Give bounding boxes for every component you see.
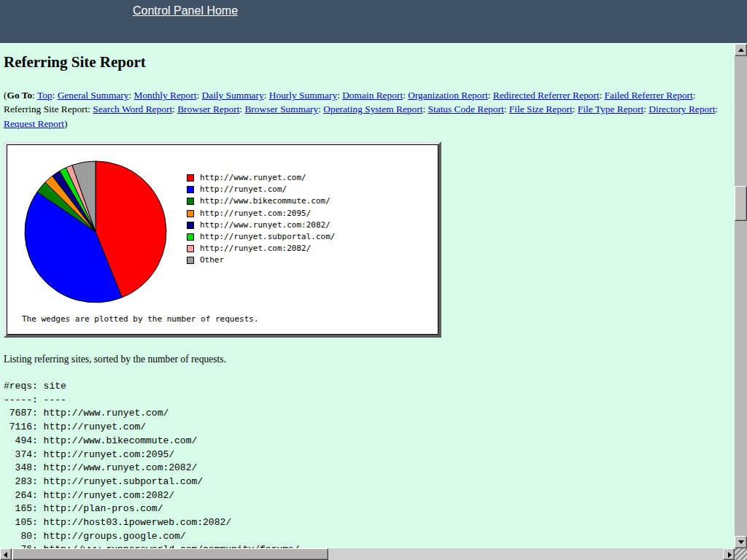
legend-label: http://runyet.com:2095/: [200, 209, 311, 218]
goto-label: Go To: [7, 90, 32, 101]
nav-link-general-summary[interactable]: General Summary: [58, 90, 129, 101]
control-panel-topbar: Control Panel Home: [0, 0, 747, 43]
scroll-right-button[interactable]: [723, 548, 735, 560]
arrow-down-icon: [738, 540, 744, 544]
listing-intro-text: Listing referring sites, sorted by the n…: [4, 354, 226, 365]
scroll-down-button[interactable]: [735, 536, 747, 548]
legend-swatch-icon: [187, 245, 194, 252]
nav-link-request-report[interactable]: Request Report: [4, 118, 64, 129]
legend-swatch-icon: [187, 210, 194, 217]
legend-label: Other: [200, 255, 224, 265]
arrow-right-icon: [728, 552, 732, 558]
legend-label: http://www.bikecommute.com/: [200, 196, 330, 206]
legend-label: http://www.runyet.com/: [200, 173, 306, 182]
nav-link-file-type-report[interactable]: File Type Report: [578, 104, 643, 114]
horizontal-scrollbar-thumb[interactable]: [12, 548, 328, 560]
nav-link-domain-report[interactable]: Domain Report: [342, 90, 403, 101]
nav-link-top[interactable]: Top: [37, 90, 53, 101]
arrow-left-icon: [4, 552, 7, 558]
nav-link-browser-report[interactable]: Browser Report: [177, 104, 239, 114]
goto-nav: (Go To: Top: General Summary: Monthly Re…: [4, 88, 735, 131]
resize-grip-icon: [735, 548, 747, 560]
vertical-scrollbar-thumb[interactable]: [735, 186, 747, 221]
control-panel-home-link[interactable]: Control Panel Home: [133, 4, 238, 18]
legend-swatch-icon: [187, 186, 194, 193]
nav-link-directory-report[interactable]: Directory Report: [649, 104, 715, 114]
referrer-pie-chart: [23, 159, 169, 305]
nav-link-operating-system-report[interactable]: Operating System Report: [323, 104, 422, 114]
arrow-up-icon: [738, 48, 744, 52]
pie-chart-panel-inner: http://www.runyet.com/http://runyet.com/…: [7, 144, 438, 335]
nav-link-status-code-report[interactable]: Status Code Report: [428, 104, 504, 114]
legend-swatch-icon: [187, 198, 194, 205]
nav-link-redirected-referrer-report[interactable]: Redirected Referrer Report: [493, 90, 600, 101]
page-title: Referring Site Report: [4, 53, 146, 71]
nav-link-failed-referrer-report[interactable]: Failed Referrer Report: [605, 90, 693, 101]
nav-current-page: Referring Site Report: [4, 104, 88, 114]
report-frame: Referring Site Report (Go To: Top: Gener…: [0, 44, 735, 548]
nav-link-monthly-report[interactable]: Monthly Report: [134, 90, 197, 101]
nav-link-organization-report[interactable]: Organization Report: [408, 90, 487, 101]
pie-chart-panel: http://www.runyet.com/http://runyet.com/…: [4, 141, 441, 338]
nav-link-search-word-report[interactable]: Search Word Report: [93, 104, 172, 114]
legend-label: http://runyet.com:2082/: [200, 244, 311, 253]
legend-label: http://runyet.com/: [200, 184, 287, 194]
legend-swatch-icon: [187, 233, 194, 241]
legend-swatch-icon: [187, 222, 194, 229]
referring-sites-table: #reqs: site -----: ---- 7687: http://www…: [4, 380, 300, 548]
pie-chart-note: The wedges are plotted by the number of …: [22, 314, 259, 324]
scroll-left-button[interactable]: [0, 548, 12, 560]
legend-label: http://www.runyet.com:2082/: [200, 220, 330, 230]
nav-link-daily-summary[interactable]: Daily Summary: [202, 90, 264, 101]
scroll-up-button[interactable]: [735, 44, 747, 56]
vertical-scrollbar[interactable]: [735, 44, 747, 548]
legend-swatch-icon: [187, 257, 194, 264]
legend-label: http://runyet.subportal.com/: [200, 232, 335, 241]
legend-swatch-icon: [187, 174, 194, 182]
nav-link-browser-summary[interactable]: Browser Summary: [244, 104, 318, 114]
nav-link-hourly-summary[interactable]: Hourly Summary: [269, 90, 337, 101]
horizontal-scrollbar[interactable]: [0, 548, 735, 560]
nav-link-file-size-report[interactable]: File Size Report: [509, 104, 573, 114]
